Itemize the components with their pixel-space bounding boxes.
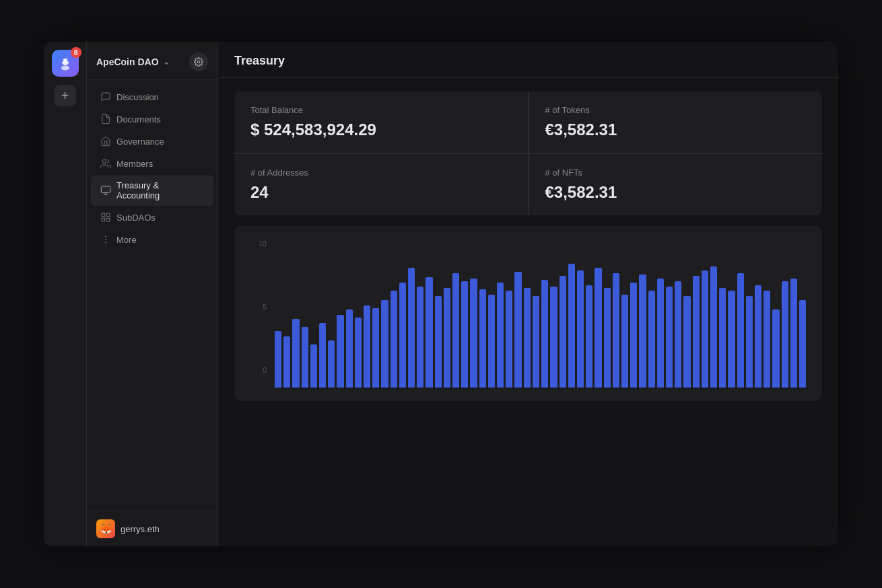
svg-point-3 xyxy=(67,60,69,62)
stat-label-tokens: # of Tokens xyxy=(545,105,807,115)
chart-bar[interactable] xyxy=(799,300,806,388)
chart-bar[interactable] xyxy=(639,274,646,388)
chart-bar[interactable] xyxy=(790,279,797,388)
chart-bar[interactable] xyxy=(675,281,681,388)
user-avatar: 🦊 xyxy=(96,519,115,538)
chart-bar[interactable] xyxy=(426,277,432,388)
chart-bar[interactable] xyxy=(452,273,459,388)
chart-bar[interactable] xyxy=(506,291,512,388)
sidebar-item-documents[interactable]: Documents xyxy=(91,108,213,130)
sidebar-item-treasury-label: Treasury & Accounting xyxy=(116,180,204,200)
chart-bar[interactable] xyxy=(621,295,628,388)
chart-bar[interactable] xyxy=(657,279,664,388)
chart-bar[interactable] xyxy=(514,272,521,388)
org-name-label: ApeCoin DAO xyxy=(96,57,159,67)
chart-bar[interactable] xyxy=(488,295,495,388)
svg-point-2 xyxy=(61,60,63,62)
chart-bar[interactable] xyxy=(319,323,326,388)
chart-bar[interactable] xyxy=(372,308,379,388)
chart-bar[interactable] xyxy=(559,276,566,388)
chart-bar[interactable] xyxy=(630,283,637,388)
sidebar-footer: 🦊 gerrys.eth xyxy=(87,511,217,546)
chart-bar[interactable] xyxy=(772,309,779,388)
stat-card-addresses: # of Addresses 24 xyxy=(234,154,528,215)
chart-bar[interactable] xyxy=(381,300,388,388)
chart-bar[interactable] xyxy=(613,273,619,388)
chart-bar[interactable] xyxy=(550,287,557,388)
chart-bar[interactable] xyxy=(302,327,308,388)
stat-value-tokens: €3,582.31 xyxy=(545,120,807,139)
svg-point-15 xyxy=(105,242,106,243)
chart-bar[interactable] xyxy=(399,283,406,388)
chart-bar[interactable] xyxy=(666,287,673,388)
chart-bar[interactable] xyxy=(541,280,548,388)
svg-point-1 xyxy=(61,66,69,71)
sidebar-nav: Discussion Documents Governance xyxy=(87,80,217,511)
chart-bar[interactable] xyxy=(782,281,788,388)
sidebar-item-governance[interactable]: Governance xyxy=(91,131,213,152)
top-bar: Treasury xyxy=(218,42,838,78)
chart-bar[interactable] xyxy=(568,264,575,388)
chart-bar[interactable] xyxy=(391,291,397,388)
chart-container: 10 5 0 xyxy=(234,226,822,401)
chart-bar[interactable] xyxy=(586,285,592,388)
stats-grid: Total Balance $ 524,583,924.29 # of Toke… xyxy=(234,91,822,215)
chart-bar[interactable] xyxy=(328,340,335,388)
chart-bar[interactable] xyxy=(461,281,468,388)
chart-bar[interactable] xyxy=(479,289,486,388)
chart-bar[interactable] xyxy=(435,296,442,388)
settings-icon[interactable] xyxy=(189,52,208,71)
sidebar-item-treasury[interactable]: Treasury & Accounting xyxy=(91,175,213,206)
sidebar-item-discussion[interactable]: Discussion xyxy=(91,86,213,108)
org-name-button[interactable]: ApeCoin DAO ⌄ xyxy=(96,57,170,67)
svg-rect-12 xyxy=(102,218,105,221)
dao-avatar[interactable]: 8 xyxy=(52,50,79,77)
chart-bar[interactable] xyxy=(355,318,362,388)
chart-bar[interactable] xyxy=(310,344,317,388)
chart-bar[interactable] xyxy=(702,270,708,388)
chart-bar[interactable] xyxy=(755,285,761,388)
chart-bar[interactable] xyxy=(710,266,717,388)
chart-bar[interactable] xyxy=(746,296,753,388)
chart-bar[interactable] xyxy=(728,291,735,388)
add-button[interactable]: + xyxy=(55,85,76,106)
chart-bar[interactable] xyxy=(693,276,700,388)
notification-badge: 8 xyxy=(71,47,81,58)
sidebar-item-more[interactable]: More xyxy=(91,229,213,250)
chart-bar[interactable] xyxy=(595,268,601,388)
chart-bar[interactable] xyxy=(533,296,539,388)
chart-bar[interactable] xyxy=(604,288,611,388)
sidebar-item-more-label: More xyxy=(116,235,137,245)
chart-bar[interactable] xyxy=(683,296,690,388)
chart-bar[interactable] xyxy=(283,336,290,388)
chart-bar[interactable] xyxy=(346,309,353,388)
chart-bar[interactable] xyxy=(764,291,770,388)
chart-bar[interactable] xyxy=(524,288,531,388)
chart-bar[interactable] xyxy=(417,287,423,388)
chart-bar[interactable] xyxy=(737,273,744,388)
chart-bar[interactable] xyxy=(408,268,415,388)
y-label-5: 5 xyxy=(263,303,267,311)
sidebar: ApeCoin DAO ⌄ Discussion xyxy=(87,42,218,546)
chart-bar[interactable] xyxy=(444,288,450,388)
chart-bar[interactable] xyxy=(497,283,504,388)
chart-bar[interactable] xyxy=(275,331,281,388)
chart-bar[interactable] xyxy=(337,315,343,388)
main-content: Treasury Total Balance $ 524,583,924.29 … xyxy=(218,42,838,546)
chart-bar[interactable] xyxy=(364,305,370,388)
svg-rect-10 xyxy=(106,213,110,217)
sidebar-item-members[interactable]: Members xyxy=(91,153,213,174)
stat-label-addresses: # of Addresses xyxy=(250,168,512,178)
sidebar-item-subdaos[interactable]: SubDAOs xyxy=(91,207,213,228)
chart-bar[interactable] xyxy=(719,288,726,388)
y-label-0: 0 xyxy=(263,366,267,374)
chevron-down-icon: ⌄ xyxy=(163,57,170,67)
chart-bar[interactable] xyxy=(577,270,584,388)
chart-bar[interactable] xyxy=(292,319,299,388)
chart-y-axis: 10 5 0 xyxy=(250,240,267,374)
stat-value-nfts: €3,582.31 xyxy=(545,183,807,202)
icon-bar: 8 + xyxy=(44,42,87,546)
chart-bar[interactable] xyxy=(470,279,477,388)
chart-bar[interactable] xyxy=(648,291,655,388)
svg-point-5 xyxy=(102,159,106,163)
